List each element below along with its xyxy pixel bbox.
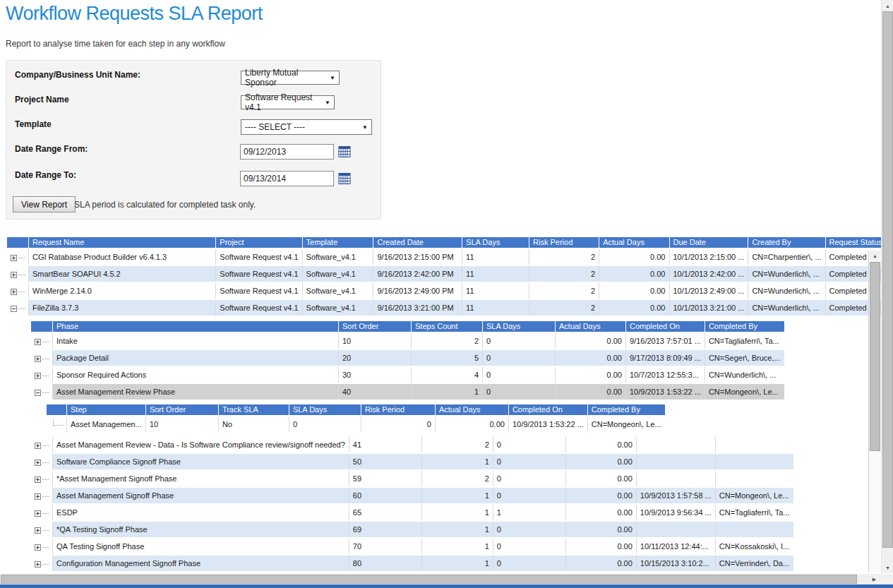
expand-icon[interactable] — [35, 510, 41, 517]
column-header: Completed By — [588, 404, 665, 415]
cell-sla: 0 — [483, 384, 556, 400]
column-header: Phase — [53, 321, 339, 332]
column-header: SLA Days — [462, 237, 529, 248]
column-header: Completed On — [509, 404, 588, 415]
phase-row: Package Detail20500.009/17/2013 8:09:49 … — [31, 350, 784, 366]
horizontal-scrollbar[interactable]: ▶ — [0, 574, 880, 584]
cell-sla: 0 — [483, 350, 556, 366]
phase-row: Intake10200.009/16/2013 7:57:01 ...CN=Ta… — [31, 333, 784, 349]
cell-steps: 1 — [422, 556, 493, 571]
bottom-border-bar — [0, 584, 893, 588]
scrollbar-corner — [880, 574, 893, 584]
cell-risk: 2 — [529, 300, 599, 316]
cell-phase: Sponsor Required Actions — [53, 367, 339, 383]
scroll-down-icon[interactable]: ▼ — [882, 563, 893, 572]
scroll-right-icon[interactable]: ▶ — [869, 575, 880, 584]
cell-project: Software Request v4.1 — [216, 300, 302, 316]
page-vertical-scrollbar[interactable]: ▲ ▼ — [881, 0, 893, 573]
date-to-input[interactable] — [240, 171, 334, 186]
cell-risk: 2 — [529, 283, 599, 299]
expand-icon[interactable] — [35, 339, 41, 345]
cell-by — [716, 454, 793, 469]
scroll-up-icon[interactable]: ▲ — [882, 1, 893, 11]
calendar-icon[interactable] — [338, 173, 351, 184]
column-header: Completed By — [705, 321, 784, 332]
cell-steps: 1 — [422, 488, 493, 503]
cell-project: Software Request v4.1 — [216, 249, 302, 265]
cell-created: 9/16/2013 2:49:00 PM — [373, 283, 462, 299]
expand-icon[interactable] — [35, 373, 41, 379]
company-dropdown[interactable]: Liberty Mutual Sponsor ▼ — [241, 71, 340, 85]
phase-row: Sponsor Required Actions30400.0010/7/201… — [31, 367, 784, 383]
cell-sla: 0 — [289, 416, 361, 432]
cell-sla: 0 — [493, 471, 566, 486]
calendar-icon[interactable] — [338, 146, 351, 157]
cell-on: 10/9/2013 1:57:58 ... — [637, 488, 716, 503]
phase-row: Configuration Management Signoff Phase80… — [31, 556, 793, 571]
cell-name: FileZilla 3.7.3 — [29, 300, 216, 316]
table-scrollbar-thumb[interactable] — [870, 262, 880, 451]
expand-cell — [31, 454, 53, 469]
cell-phase: Asset Management Review - Data - Is Soft… — [53, 437, 349, 452]
expand-icon[interactable] — [35, 443, 41, 449]
cell-sla: 0 — [493, 454, 566, 469]
expand-cell — [31, 367, 53, 383]
cell-sort: 59 — [349, 471, 422, 486]
phase-row: Asset Management Review - Data - Is Soft… — [31, 437, 793, 452]
filter-panel: Company/Business Unit Name: Liberty Mutu… — [6, 60, 381, 220]
collapse-icon[interactable] — [35, 390, 41, 396]
page-scrollbar-thumb[interactable] — [882, 11, 893, 548]
cell-phase: ESDP — [53, 505, 349, 520]
table-vertical-scrollbar[interactable]: ▲ — [868, 251, 880, 572]
date-from-input[interactable] — [240, 144, 334, 160]
template-dropdown[interactable]: ---- SELECT ---- ▼ — [241, 119, 372, 135]
horizontal-scrollbar-thumb[interactable] — [1, 575, 857, 584]
expand-icon[interactable] — [35, 561, 41, 568]
cell-on: 10/9/2013 1:53:22 ... — [626, 384, 705, 400]
cell-steps: 1 — [422, 539, 493, 554]
chevron-down-icon: ▼ — [362, 124, 368, 131]
expand-icon[interactable] — [35, 356, 41, 362]
collapse-icon[interactable] — [11, 306, 17, 312]
header-row: StepSort OrderTrack SLASLA DaysRisk Peri… — [47, 404, 665, 415]
expand-icon[interactable] — [35, 493, 41, 500]
expand-cell — [7, 266, 29, 282]
expand-icon[interactable] — [11, 289, 17, 295]
cell-track: No — [219, 416, 289, 432]
cell-created_by: CN=Wunderlich\, ... — [748, 283, 825, 299]
expand-icon[interactable] — [35, 527, 41, 534]
cell-sla: 0 — [493, 556, 566, 571]
column-header: Created By — [748, 237, 825, 248]
cell-sort: 10 — [339, 333, 412, 349]
cell-sort: 20 — [339, 350, 412, 366]
header-row: PhaseSort OrderSteps CountSLA DaysActual… — [31, 321, 784, 332]
column-header: Risk Period — [529, 237, 599, 248]
view-report-button[interactable]: View Report — [13, 196, 76, 212]
cell-by: CN=Kossakoski\, I... — [716, 539, 793, 554]
expand-icon[interactable] — [35, 544, 41, 551]
cell-steps: 2 — [422, 471, 493, 486]
tree-dots-icon — [18, 275, 25, 275]
cell-risk: 2 — [529, 266, 599, 282]
cell-by: CN=Seger\, Bruce,... — [705, 350, 784, 366]
expand-icon[interactable] — [35, 460, 41, 466]
cell-sort: 60 — [349, 488, 422, 503]
expand-icon[interactable] — [35, 476, 41, 483]
cell-actual: 0.00 — [566, 488, 637, 503]
cell-actual: 0.00 — [599, 249, 669, 265]
project-dropdown[interactable]: Software Request v4.1 ▼ — [241, 95, 335, 109]
cell-due: 10/1/2013 2:49:00 ... — [670, 283, 749, 299]
cell-actual: 0.00 — [556, 384, 626, 400]
phase-row: ESDP65110.0010/9/2013 9:56:34 ...CN=Tagl… — [31, 505, 793, 520]
cell-sort: 80 — [349, 556, 422, 571]
cell-actual: 0.00 — [556, 333, 626, 349]
cell-template: Software_v4.1 — [303, 300, 374, 316]
expand-icon[interactable] — [11, 255, 17, 261]
cell-actual: 0.00 — [556, 367, 626, 383]
expand-icon[interactable] — [11, 272, 17, 278]
expand-cell — [31, 556, 53, 571]
cell-phase: *QA Testing Signoff Phase — [53, 522, 349, 537]
project-label: Project Name — [15, 95, 69, 104]
column-header: Sort Order — [146, 404, 219, 415]
scroll-up-icon[interactable]: ▲ — [870, 251, 880, 260]
